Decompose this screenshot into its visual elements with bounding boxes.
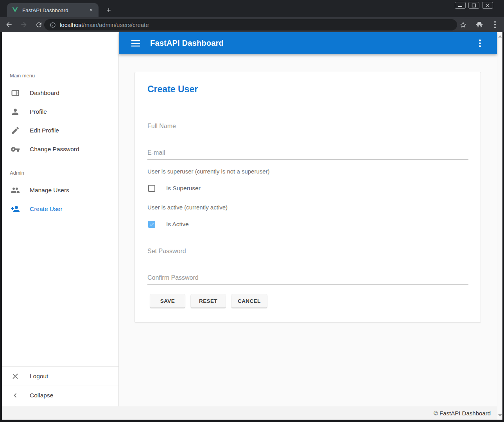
sidebar-item-create-user[interactable]: Create User [2, 200, 119, 218]
sidebar-item-label: Profile [30, 108, 47, 115]
hamburger-menu-icon[interactable] [129, 36, 143, 50]
dashboard-icon [11, 88, 20, 98]
sidebar-item-label: Manage Users [30, 187, 69, 194]
sidebar-item-collapse[interactable]: Collapse [2, 386, 119, 405]
maximize-button[interactable] [468, 2, 479, 9]
vue-logo-icon [12, 7, 18, 13]
forward-icon[interactable] [18, 19, 30, 30]
sidebar-item-manage-users[interactable]: Manage Users [2, 181, 119, 200]
sidebar-section-main-menu: Main menu [10, 73, 35, 79]
copyright-text: © FastAPI Dashboard [434, 410, 491, 417]
is-superuser-checkbox-row[interactable]: Is Superuser [148, 185, 201, 192]
reset-button[interactable]: RESET [191, 294, 226, 308]
form-buttons: SAVE RESET CANCEL [150, 294, 267, 308]
url-path: /main/admin/users/create [83, 21, 149, 28]
tab-close-icon[interactable] [88, 7, 95, 14]
sidebar-item-label: Dashboard [30, 89, 59, 97]
set-password-field[interactable] [147, 244, 468, 258]
create-user-card: Create User User is superuser (currently… [135, 72, 481, 323]
active-help-text: User is active (currently active) [147, 204, 228, 211]
browser-toolbar: localhost/main/admin/users/create [0, 17, 504, 32]
is-superuser-label: Is Superuser [166, 185, 201, 192]
app-title: FastAPI Dashboard [150, 39, 224, 48]
window-controls [455, 2, 493, 9]
sidebar-item-label: Logout [30, 373, 48, 380]
browser-window: FastAPI Dashboard localhost/m [0, 0, 504, 422]
url-host: localhost [60, 21, 83, 28]
sidebar-section-admin: Admin [10, 170, 24, 176]
sidebar-item-dashboard[interactable]: Dashboard [2, 84, 119, 102]
sidebar-item-profile[interactable]: Profile [2, 102, 119, 121]
person-icon [11, 107, 20, 116]
sidebar-item-label: Change Password [30, 146, 79, 153]
key-icon [11, 145, 20, 154]
edit-icon [11, 126, 20, 135]
bookmark-star-icon[interactable] [457, 19, 469, 30]
sidebar-item-label: Collapse [30, 392, 53, 399]
confirm-password-field[interactable] [147, 271, 468, 285]
sidebar-item-change-password[interactable]: Change Password [2, 140, 119, 159]
tab-title: FastAPI Dashboard [22, 7, 88, 13]
back-icon[interactable] [3, 19, 15, 30]
is-active-label: Is Active [166, 221, 189, 228]
full-name-field[interactable] [147, 119, 468, 133]
sidebar-item-logout[interactable]: Logout [2, 367, 119, 386]
save-button[interactable]: SAVE [150, 294, 185, 308]
person-add-icon [11, 204, 20, 214]
chevron-left-icon [11, 391, 20, 400]
scroll-up-icon[interactable] [498, 35, 502, 38]
close-icon [11, 372, 20, 381]
email-field[interactable] [147, 146, 468, 160]
page-content: Main menu Dashboard Profile Edit Profile [2, 32, 502, 420]
browser-tab[interactable]: FastAPI Dashboard [7, 3, 99, 17]
toolbar-right [457, 19, 500, 30]
page-title: Create User [147, 84, 198, 95]
app-menu-dots-icon[interactable] [473, 36, 487, 50]
sidebar-item-edit-profile[interactable]: Edit Profile [2, 121, 119, 140]
sidebar-divider [2, 164, 119, 164]
superuser-help-text: User is superuser (currently is not a su… [147, 168, 270, 175]
app-header: FastAPI Dashboard [119, 32, 497, 54]
reload-icon[interactable] [33, 19, 45, 30]
sidebar: Main menu Dashboard Profile Edit Profile [2, 32, 119, 406]
close-window-button[interactable] [482, 2, 493, 9]
site-info-icon[interactable] [50, 22, 56, 28]
page-scrollbar[interactable] [497, 32, 502, 420]
sidebar-divider [2, 366, 119, 367]
incognito-icon [474, 19, 485, 30]
browser-menu-icon[interactable] [490, 19, 500, 30]
scroll-down-icon[interactable] [498, 414, 502, 417]
minimize-button[interactable] [455, 2, 466, 9]
is-superuser-checkbox[interactable] [148, 185, 155, 192]
sidebar-item-label: Create User [30, 206, 63, 213]
sidebar-item-label: Edit Profile [30, 127, 59, 134]
is-active-checkbox-row[interactable]: Is Active [148, 221, 189, 228]
new-tab-button[interactable] [103, 5, 114, 16]
app-footer: © FastAPI Dashboard [2, 406, 497, 420]
cancel-button[interactable]: CANCEL [231, 294, 267, 308]
group-icon [11, 186, 20, 195]
is-active-checkbox[interactable] [148, 221, 155, 228]
address-bar[interactable]: localhost/main/admin/users/create [44, 19, 457, 30]
url-text: localhost/main/admin/users/create [60, 21, 149, 28]
browser-titlebar: FastAPI Dashboard [0, 0, 504, 17]
